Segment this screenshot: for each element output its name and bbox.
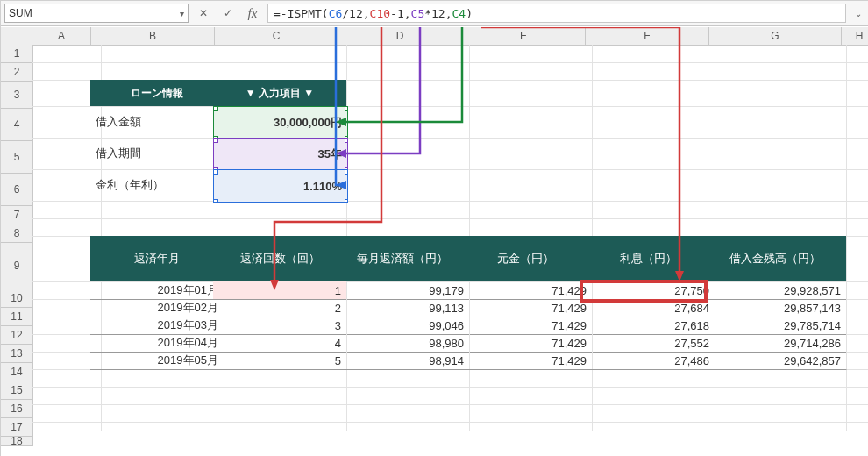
cell-H5[interactable] — [836, 138, 868, 170]
column-header-B[interactable]: B — [91, 27, 215, 46]
schedule-n-row11[interactable]: 2 — [213, 299, 347, 317]
cell-F7[interactable] — [581, 201, 715, 219]
schedule-bal-row10[interactable]: 29,928,571 — [704, 281, 847, 300]
row-header-8[interactable]: 8 — [1, 224, 33, 243]
cell-B15[interactable] — [90, 369, 224, 388]
column-header-C[interactable]: C — [215, 27, 338, 46]
row-header-13[interactable]: 13 — [1, 345, 33, 363]
cell-D8[interactable] — [336, 218, 470, 237]
schedule-bal-row11[interactable]: 29,857,143 — [704, 299, 847, 317]
schedule-n-row12[interactable]: 3 — [213, 317, 347, 335]
cell-D2[interactable] — [336, 62, 470, 81]
cell-E6[interactable] — [459, 169, 593, 202]
cell-B18[interactable] — [90, 422, 224, 431]
column-header-H[interactable]: H — [842, 27, 868, 46]
cell-E8[interactable] — [459, 218, 593, 237]
cell-H3[interactable] — [836, 80, 868, 107]
cell-B7[interactable] — [90, 201, 224, 219]
cell-D16[interactable] — [336, 387, 470, 405]
schedule-prin-row10[interactable]: 71,429 — [459, 281, 593, 300]
cell-E5[interactable] — [459, 138, 593, 170]
formula-expand-button[interactable]: ⌄ — [851, 9, 865, 18]
cell-D6[interactable] — [336, 169, 470, 202]
cell-E2[interactable] — [459, 62, 593, 81]
row-header-1[interactable]: 1 — [1, 45, 33, 63]
column-header-G[interactable]: G — [709, 27, 842, 46]
cell-H4[interactable] — [836, 106, 868, 139]
cell-G7[interactable] — [704, 201, 847, 219]
cell-B16[interactable] — [90, 387, 224, 405]
cell-E16[interactable] — [459, 387, 593, 405]
cell-G8[interactable] — [704, 218, 847, 237]
name-box[interactable]: SUM ▾ — [4, 4, 189, 23]
cell-D1[interactable] — [336, 45, 470, 63]
cell-G15[interactable] — [704, 369, 847, 388]
worksheet[interactable]: ABCDEFGH 123456789101112131415161718 ローン… — [1, 27, 868, 456]
cell-H1[interactable] — [836, 45, 868, 63]
row-header-18[interactable]: 18 — [1, 437, 33, 446]
cell-F6[interactable] — [581, 169, 715, 202]
cell-H16[interactable] — [836, 387, 868, 405]
schedule-prin-row14[interactable]: 71,429 — [459, 352, 593, 370]
schedule-prin-row11[interactable]: 71,429 — [459, 299, 593, 317]
cell-C17[interactable] — [213, 404, 347, 423]
cell-F8[interactable] — [581, 218, 715, 237]
cell-H2[interactable] — [836, 62, 868, 81]
cell-F16[interactable] — [581, 387, 715, 405]
accept-formula-button[interactable]: ✓ — [218, 4, 238, 23]
cell-C7[interactable] — [213, 201, 347, 219]
cell-G1[interactable] — [704, 45, 847, 63]
schedule-pmt-row11[interactable]: 99,113 — [336, 299, 470, 317]
cell-H18[interactable] — [836, 422, 868, 431]
schedule-int-row14[interactable]: 27,486 — [581, 352, 715, 370]
cell-H8[interactable] — [836, 218, 868, 237]
schedule-bal-row14[interactable]: 29,642,857 — [704, 352, 847, 370]
column-header-F[interactable]: F — [586, 27, 709, 46]
cancel-formula-button[interactable]: ✕ — [194, 4, 213, 23]
cell-D7[interactable] — [336, 201, 470, 219]
row-header-17[interactable]: 17 — [1, 418, 33, 437]
row-header-4[interactable]: 4 — [1, 109, 33, 141]
cell-F15[interactable] — [581, 369, 715, 388]
cell-C2[interactable] — [213, 62, 347, 81]
cell-C1[interactable] — [213, 45, 347, 63]
cell-D3[interactable] — [336, 80, 470, 107]
cell-G3[interactable] — [704, 80, 847, 107]
cell-G4[interactable] — [704, 106, 847, 139]
schedule-n-row13[interactable]: 4 — [213, 334, 347, 353]
row-header-14[interactable]: 14 — [1, 363, 33, 381]
schedule-pmt-row10[interactable]: 99,179 — [336, 281, 470, 300]
cell-B2[interactable] — [90, 62, 224, 81]
schedule-n-row14[interactable]: 5 — [213, 352, 347, 370]
schedule-prin-row13[interactable]: 71,429 — [459, 334, 593, 353]
schedule-bal-row12[interactable]: 29,785,714 — [704, 317, 847, 335]
loan-value-row6[interactable]: 1.110% — [213, 169, 348, 203]
cell-D15[interactable] — [336, 369, 470, 388]
row-header-7[interactable]: 7 — [1, 206, 33, 224]
cell-C16[interactable] — [213, 387, 347, 405]
cell-D5[interactable] — [336, 138, 470, 170]
cell-F4[interactable] — [581, 106, 715, 139]
cell-F5[interactable] — [581, 138, 715, 170]
schedule-ym-row11[interactable]: 2019年02月 — [90, 299, 224, 317]
cell-E1[interactable] — [459, 45, 593, 63]
schedule-pmt-row12[interactable]: 99,046 — [336, 317, 470, 335]
row-header-5[interactable]: 5 — [1, 141, 33, 174]
schedule-ym-row13[interactable]: 2019年04月 — [90, 334, 224, 353]
cell-E15[interactable] — [459, 369, 593, 388]
cell-G18[interactable] — [704, 422, 847, 431]
cell-D4[interactable] — [336, 106, 470, 139]
schedule-int-row13[interactable]: 27,552 — [581, 334, 715, 353]
cell-F1[interactable] — [581, 45, 715, 63]
loan-value-row4[interactable]: 30,000,000円 — [213, 106, 348, 139]
schedule-pmt-row14[interactable]: 98,914 — [336, 352, 470, 370]
cell-B1[interactable] — [90, 45, 224, 63]
column-header-A[interactable]: A — [32, 27, 91, 46]
schedule-ym-row10[interactable]: 2019年01月 — [90, 281, 224, 300]
row-header-12[interactable]: 12 — [1, 326, 33, 345]
row-header-3[interactable]: 3 — [1, 82, 33, 109]
cell-G2[interactable] — [704, 62, 847, 81]
schedule-n-row10[interactable]: 1 — [213, 281, 347, 300]
cell-F2[interactable] — [581, 62, 715, 81]
row-header-2[interactable]: 2 — [1, 63, 33, 82]
